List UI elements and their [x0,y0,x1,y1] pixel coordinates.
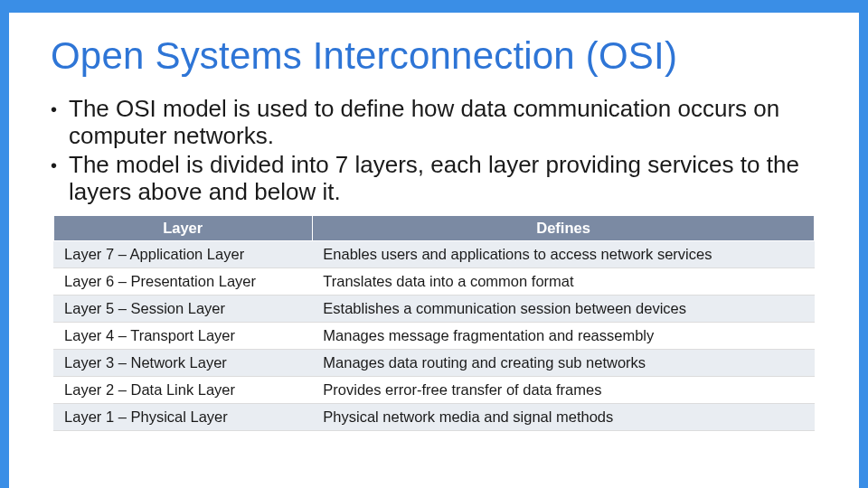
cell-layer: Layer 3 – Network Layer [53,349,312,376]
bullet-dot-icon: • [51,96,69,120]
bullet-dot-icon: • [51,152,69,176]
table-header-row: Layer Defines [53,215,815,240]
frame-border-left [0,0,9,488]
cell-defines: Physical network media and signal method… [312,403,815,430]
table-header-defines: Defines [312,215,815,240]
table-row: Layer 3 – Network Layer Manages data rou… [53,349,815,376]
table-row: Layer 4 – Transport Layer Manages messag… [53,322,815,349]
bullet-item: • The OSI model is used to define how da… [51,96,823,150]
cell-defines: Enables users and applications to access… [312,240,815,267]
cell-layer: Layer 1 – Physical Layer [53,403,312,430]
bullet-text: The model is divided into 7 layers, each… [69,152,823,206]
bullet-text: The OSI model is used to define how data… [69,96,823,150]
cell-layer: Layer 6 – Presentation Layer [53,267,312,295]
bullet-item: • The model is divided into 7 layers, ea… [51,152,823,206]
cell-layer: Layer 7 – Application Layer [53,240,312,267]
table-row: Layer 7 – Application Layer Enables user… [53,240,815,267]
slide: Open Systems Interconnection (OSI) • The… [0,0,868,488]
slide-title: Open Systems Interconnection (OSI) [51,34,823,78]
bullet-list: • The OSI model is used to define how da… [51,96,823,206]
cell-layer: Layer 5 – Session Layer [53,295,312,322]
table-row: Layer 5 – Session Layer Establishes a co… [53,295,815,322]
cell-layer: Layer 4 – Transport Layer [53,322,312,349]
table-row: Layer 2 – Data Link Layer Provides error… [53,376,815,403]
cell-defines: Translates data into a common format [312,267,815,295]
cell-defines: Provides error-free transfer of data fra… [312,376,815,403]
frame-border-right [859,0,868,488]
osi-table: Layer Defines Layer 7 – Application Laye… [53,215,816,431]
cell-layer: Layer 2 – Data Link Layer [53,376,312,403]
cell-defines: Manages message fragmentation and reasse… [312,322,815,349]
table-row: Layer 1 – Physical Layer Physical networ… [53,403,815,430]
cell-defines: Manages data routing and creating sub ne… [312,349,815,376]
table-row: Layer 6 – Presentation Layer Translates … [53,267,815,295]
frame-border-top [0,0,868,13]
table-header-layer: Layer [53,215,312,240]
cell-defines: Establishes a communication session betw… [312,295,815,322]
